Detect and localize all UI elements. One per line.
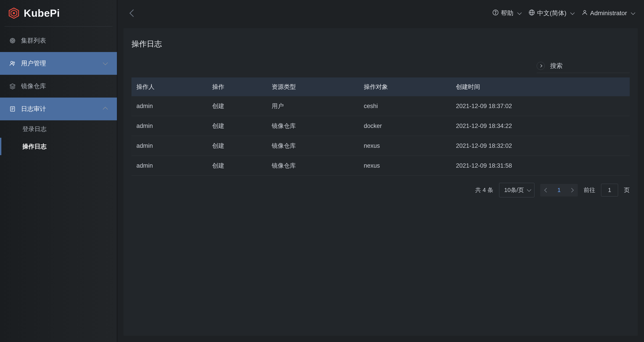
table-row: admin 创建 镜像仓库 nexus 2021-12-09 18:31:58 bbox=[132, 156, 630, 176]
goto-suffix: 页 bbox=[624, 186, 630, 194]
wheel-icon bbox=[9, 37, 16, 44]
cell-operator: admin bbox=[132, 116, 207, 136]
list-icon bbox=[9, 105, 16, 113]
sidebar-sub-login-log[interactable]: 登录日志 bbox=[0, 120, 117, 138]
sidebar-sub-label: 操作日志 bbox=[22, 143, 46, 151]
col-target[interactable]: 操作对象 bbox=[359, 77, 451, 96]
cell-operator: admin bbox=[132, 156, 207, 176]
cell-operator: admin bbox=[132, 96, 207, 116]
user-menu[interactable]: Administrator bbox=[582, 9, 634, 17]
search-group: 搜索 bbox=[537, 62, 630, 73]
table-row: admin 创建 镜像仓库 nexus 2021-12-09 18:32:02 bbox=[132, 136, 630, 156]
svg-point-14 bbox=[13, 62, 14, 63]
user-icon bbox=[582, 9, 588, 17]
cell-resource: 用户 bbox=[267, 96, 359, 116]
brand[interactable]: KubePi bbox=[0, 0, 117, 26]
chevron-left-icon bbox=[544, 188, 549, 192]
sidebar-item-label: 用户管理 bbox=[21, 59, 46, 68]
content: 操作日志 搜索 操作人 操作 资源类型 操作对象 创建时间 bbox=[124, 28, 638, 336]
sidebar-item-label: 镜像仓库 bbox=[21, 82, 46, 90]
globe-icon bbox=[528, 9, 535, 17]
page-size-label: 10条/页 bbox=[504, 187, 524, 193]
svg-point-25 bbox=[584, 10, 586, 12]
cell-created: 2021-12-09 18:37:02 bbox=[451, 96, 630, 116]
back-button[interactable] bbox=[130, 9, 137, 17]
sidebar-item-audit[interactable]: 日志审计 bbox=[0, 98, 117, 120]
cell-resource: 镜像仓库 bbox=[267, 156, 359, 176]
next-page-button[interactable] bbox=[565, 184, 578, 196]
sidebar-item-users[interactable]: 用户管理 bbox=[0, 52, 117, 75]
chevron-right-icon bbox=[569, 188, 574, 192]
language-menu[interactable]: 中文(简体) bbox=[528, 9, 574, 17]
cell-operator: admin bbox=[132, 136, 207, 156]
goto-page-input[interactable] bbox=[601, 184, 618, 196]
svg-line-9 bbox=[11, 39, 12, 40]
cell-target: ceshi bbox=[359, 96, 451, 116]
cell-action: 创建 bbox=[207, 136, 267, 156]
cell-created: 2021-12-09 18:31:58 bbox=[451, 156, 630, 176]
help-label: 帮助 bbox=[501, 9, 514, 17]
chevron-down-icon bbox=[570, 10, 575, 15]
col-operator[interactable]: 操作人 bbox=[132, 77, 207, 96]
help-menu[interactable]: 帮助 bbox=[492, 9, 520, 17]
goto-prefix: 前往 bbox=[584, 186, 595, 194]
topbar: 帮助 中文(简体) Administrator bbox=[117, 0, 644, 26]
log-table: 操作人 操作 资源类型 操作对象 创建时间 admin 创建 用户 ceshi … bbox=[132, 77, 630, 176]
chevron-down-icon bbox=[518, 10, 522, 15]
sidebar-item-registries[interactable]: 镜像仓库 bbox=[0, 75, 117, 98]
sidebar-sub-operation-log[interactable]: 操作日志 bbox=[0, 138, 117, 155]
sidebar-item-label: 日志审计 bbox=[21, 105, 46, 113]
sidebar-item-clusters[interactable]: 集群列表 bbox=[0, 29, 117, 52]
cell-action: 创建 bbox=[207, 156, 267, 176]
sidebar-item-label: 集群列表 bbox=[21, 36, 46, 45]
search-label: 搜索 bbox=[550, 62, 562, 70]
pagination-total: 共 4 条 bbox=[475, 186, 493, 194]
svg-point-2 bbox=[13, 12, 15, 14]
help-icon bbox=[492, 9, 499, 17]
svg-line-10 bbox=[13, 41, 14, 42]
sidebar-sub-label: 登录日志 bbox=[22, 125, 46, 133]
brand-name: KubePi bbox=[24, 7, 60, 19]
users-icon bbox=[9, 60, 16, 67]
language-label: 中文(简体) bbox=[537, 9, 566, 17]
cell-created: 2021-12-09 18:32:02 bbox=[451, 136, 630, 156]
sidebar: KubePi 集群列表 bbox=[0, 0, 117, 342]
cell-action: 创建 bbox=[207, 96, 267, 116]
cell-target: docker bbox=[359, 116, 451, 136]
chevron-right-icon bbox=[539, 64, 542, 67]
table-row: admin 创建 用户 ceshi 2021-12-09 18:37:02 bbox=[132, 96, 630, 116]
cell-action: 创建 bbox=[207, 116, 267, 136]
svg-line-11 bbox=[13, 39, 14, 40]
layers-icon bbox=[9, 83, 16, 90]
search-expand-button[interactable] bbox=[537, 62, 545, 70]
cell-resource: 镜像仓库 bbox=[267, 116, 359, 136]
prev-page-button[interactable] bbox=[540, 184, 553, 196]
main: 帮助 中文(简体) Administrator 操作日志 bbox=[117, 0, 644, 342]
page-title: 操作日志 bbox=[132, 39, 630, 49]
user-label: Administrator bbox=[590, 9, 627, 17]
svg-line-12 bbox=[11, 41, 12, 42]
svg-point-13 bbox=[11, 61, 13, 63]
svg-point-4 bbox=[12, 40, 14, 41]
col-resource[interactable]: 资源类型 bbox=[267, 77, 359, 96]
cell-resource: 镜像仓库 bbox=[267, 136, 359, 156]
col-action[interactable]: 操作 bbox=[207, 77, 267, 96]
pagination: 共 4 条 10条/页 1 前往 页 bbox=[132, 183, 630, 197]
page-number[interactable]: 1 bbox=[553, 184, 565, 196]
cell-target: nexus bbox=[359, 156, 451, 176]
page-size-select[interactable]: 10条/页 bbox=[499, 183, 534, 197]
chevron-down-icon bbox=[631, 10, 635, 15]
brand-logo-icon bbox=[8, 7, 20, 19]
col-created[interactable]: 创建时间 bbox=[451, 77, 630, 96]
table-row: admin 创建 镜像仓库 docker 2021-12-09 18:34:22 bbox=[132, 116, 630, 136]
svg-point-21 bbox=[495, 13, 496, 14]
cell-target: nexus bbox=[359, 136, 451, 156]
svg-marker-15 bbox=[10, 84, 15, 87]
cell-created: 2021-12-09 18:34:22 bbox=[451, 116, 630, 136]
